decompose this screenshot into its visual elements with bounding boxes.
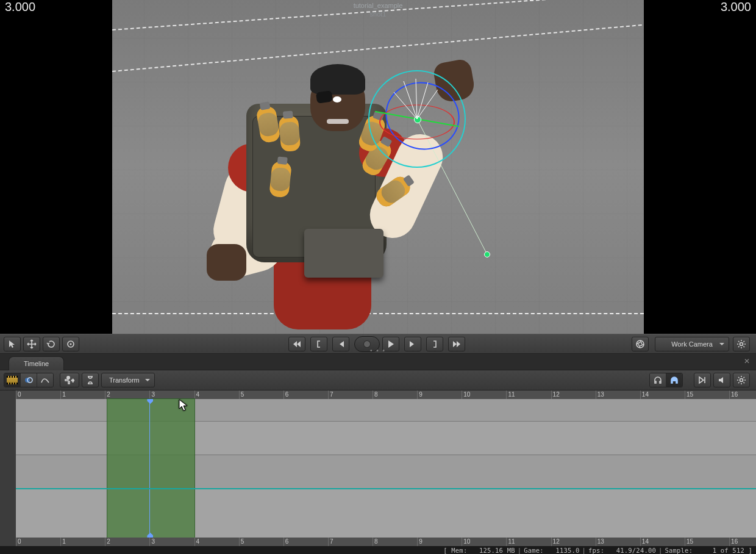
camera-select[interactable]: Work Camera [655, 337, 729, 351]
gear-icon [736, 339, 746, 349]
motion-icon [24, 375, 34, 385]
svg-point-8 [637, 340, 644, 348]
status-bar: [ Mem: 125.16 MB | Game: 1135.0 | fps: 4… [0, 546, 756, 554]
cursor-icon [7, 339, 17, 349]
tab-label: Timeline [24, 360, 49, 367]
move-icon [27, 339, 37, 349]
rotate-tool-button[interactable] [43, 337, 60, 351]
status-game-value: 1135.0 [555, 547, 579, 554]
timeline-toolbar: + Transform [0, 370, 756, 390]
bracket-right-icon [430, 339, 440, 349]
key-plus-icon: + [65, 375, 74, 385]
viewport[interactable] [112, 0, 644, 334]
select-tool-button[interactable] [4, 337, 21, 351]
speaker-icon [717, 375, 727, 385]
status-sample-value: 1 of 512 [713, 547, 744, 554]
fast-fwd-icon [452, 339, 462, 349]
target-icon [66, 339, 76, 349]
goto-end-button[interactable] [694, 373, 711, 387]
graph-editor-button[interactable] [37, 373, 53, 387]
fast-forward-button[interactable] [448, 337, 465, 351]
rewind-icon [292, 339, 302, 349]
selected-clip[interactable] [107, 399, 194, 538]
timeline-ruler-bottom[interactable]: 012345678910111213141516 [16, 538, 756, 546]
svg-point-9 [740, 342, 743, 345]
status-sample-label: Sample: [665, 547, 693, 554]
headphones-icon [653, 375, 663, 385]
add-keyframe-button[interactable]: + [60, 373, 79, 387]
svg-point-7 [70, 343, 72, 345]
step-fwd-icon [408, 339, 418, 349]
svg-text:+: + [71, 378, 74, 384]
scale-tool-button[interactable] [62, 337, 79, 351]
play-icon [386, 339, 396, 349]
step-back-button[interactable] [332, 337, 349, 351]
aperture-icon [635, 339, 645, 349]
clip-editor-button[interactable] [4, 373, 21, 387]
timeline-settings-button[interactable] [733, 373, 750, 387]
playhead[interactable] [149, 399, 150, 538]
status-game-label: Game: [524, 547, 544, 554]
snap-toggle-group [649, 373, 683, 387]
timeline-ruler-top[interactable]: 012345678910111213141516 [16, 390, 756, 399]
graph-icon [40, 375, 50, 385]
set-out-button[interactable] [426, 337, 443, 351]
timeline-tracks[interactable] [16, 399, 756, 538]
camera-select-label: Work Camera [671, 340, 713, 348]
set-in-button[interactable] [310, 337, 327, 351]
panel-close-button[interactable]: ✕ [743, 357, 751, 365]
snap-key-button[interactable] [666, 373, 682, 387]
headphones-filled-icon [669, 375, 679, 385]
panel-tabstrip: Timeline ✕ [0, 354, 756, 370]
record-icon [364, 341, 370, 347]
viewport-settings-button[interactable] [733, 337, 750, 351]
svg-point-14 [740, 379, 743, 382]
manipulator-mode-label: Transform [109, 376, 140, 384]
time-display-right: 3.000 [721, 0, 751, 14]
mute-button[interactable] [713, 373, 730, 387]
status-mem-label: Mem: [451, 547, 467, 554]
rotate-icon [46, 339, 56, 349]
rotation-gizmo[interactable] [368, 70, 466, 168]
to-end-icon [697, 375, 707, 385]
step-back-icon [336, 339, 346, 349]
tab-timeline[interactable]: Timeline [9, 356, 64, 370]
viewport-toolbar: Work Camera • • • [0, 334, 756, 354]
status-mem-value: 125.16 MB [479, 547, 515, 554]
status-fps-value: 41.9/24.00 [616, 547, 656, 554]
panel-drag-handle[interactable]: • • • [370, 347, 386, 354]
snap-frame-button[interactable] [650, 373, 666, 387]
hourglass-icon [85, 375, 95, 385]
step-forward-button[interactable] [404, 337, 421, 351]
status-fps-label: fps: [588, 547, 604, 554]
bracket-left-icon [314, 339, 324, 349]
svg-point-12 [66, 376, 70, 380]
bookmark-button[interactable] [82, 373, 99, 387]
bone-pivot-icon[interactable] [484, 251, 490, 257]
timeline-gutter [0, 390, 16, 546]
camera-lock-button[interactable] [632, 337, 649, 351]
motion-editor-button[interactable] [21, 373, 37, 387]
manipulator-mode-select[interactable]: Transform [101, 373, 155, 387]
film-icon [7, 376, 18, 384]
time-display-left: 3.000 [5, 0, 35, 14]
move-tool-button[interactable] [23, 337, 40, 351]
editor-view-toggle [4, 373, 54, 387]
rewind-button[interactable] [288, 337, 305, 351]
viewport-area: tutorial_example shot1 3.000 3.000 [0, 0, 756, 334]
timeline[interactable]: 012345678910111213141516 012345678910111… [0, 390, 756, 546]
gear-icon [736, 375, 746, 385]
